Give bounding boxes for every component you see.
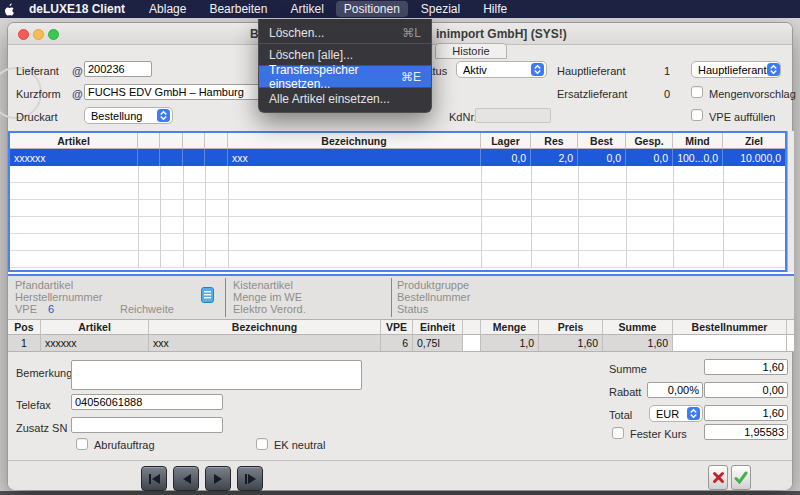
previous-record-button[interactable] — [173, 466, 199, 491]
col-artikel[interactable]: Artikel — [41, 319, 149, 335]
col-lager[interactable]: Lager — [481, 133, 531, 149]
col-mind[interactable]: Mind — [673, 133, 723, 149]
cancel-x-icon — [712, 471, 725, 484]
abrufauftrag-checkbox[interactable] — [76, 438, 88, 450]
minimize-window-button[interactable] — [33, 29, 44, 40]
lieferant-input[interactable] — [84, 61, 152, 77]
positionen-dropdown-menu: Löschen... ⌘L Löschen [alle]... Transfer… — [258, 19, 432, 113]
col-pos[interactable]: Pos — [8, 319, 41, 335]
cell-bestellnummer — [673, 335, 787, 352]
menubar-app-name[interactable]: deLUXE18 Client — [21, 1, 133, 17]
currency-select[interactable]: EUR — [649, 405, 703, 422]
menubar-item-positionen[interactable]: Positionen — [336, 1, 408, 17]
bemerkung-textarea[interactable] — [71, 360, 362, 390]
position-table[interactable]: Pos Artikel Bezeichnung VPE Einheit Meng… — [8, 319, 794, 352]
cell-bezeichnung: xxx — [149, 335, 381, 352]
last-record-button[interactable] — [237, 466, 263, 491]
window-title-right: inimport GmbH] (SYS!) — [436, 27, 567, 41]
menu-item-transferspeicher-einsetzen[interactable]: Transferspeicher einsetzen... ⌘E — [259, 66, 431, 87]
status-info-label: Status — [397, 303, 428, 315]
rabatt-percent-field[interactable] — [647, 382, 703, 398]
stock-table-empty-rows[interactable] — [10, 166, 785, 268]
menubar-item-spezial[interactable]: Spezial — [413, 1, 468, 17]
next-record-button[interactable] — [205, 466, 231, 491]
menu-item-loeschen[interactable]: Löschen... ⌘L — [259, 22, 431, 43]
rabatt-label: Rabatt — [609, 386, 641, 398]
kurs-field[interactable] — [704, 424, 788, 440]
col-bezeichnung[interactable]: Bezeichnung — [149, 319, 381, 335]
druckart-label: Druckart — [16, 111, 58, 123]
zoom-window-button[interactable] — [48, 29, 59, 40]
zusatz-sn-input[interactable] — [71, 417, 223, 433]
position-table-row[interactable]: 1 xxxxxx xxx 6 0,75l 1,0 1,60 1,60 — [8, 335, 794, 352]
close-window-button[interactable] — [18, 29, 29, 40]
col-vpe[interactable]: VPE — [381, 319, 413, 335]
cell-vpe: 6 — [381, 335, 413, 352]
col-summe[interactable]: Summe — [603, 319, 673, 335]
at-icon[interactable]: @ — [72, 65, 83, 77]
col-best[interactable]: Best — [578, 133, 626, 149]
confirm-button[interactable] — [731, 465, 751, 490]
cell-einheit: 0,75l — [413, 335, 463, 352]
last-record-icon — [244, 473, 257, 485]
menu-item-alle-artikel-einsetzen[interactable]: Alle Artikel einsetzen... — [259, 88, 431, 109]
cell-preis: 1,60 — [539, 335, 603, 352]
first-record-button[interactable] — [141, 466, 167, 491]
kurzform-input[interactable] — [84, 84, 275, 100]
cell-res: 2,0 — [531, 149, 578, 166]
stepper-icon — [687, 407, 700, 420]
telefax-label: Telefax — [16, 399, 51, 411]
menubar-item-bearbeiten[interactable]: Bearbeiten — [201, 1, 275, 17]
druckart-select[interactable]: Bestellung — [84, 107, 173, 124]
lieferant-typ-select[interactable]: Hauptlieferant — [691, 61, 781, 78]
ek-neutral-checkbox[interactable] — [256, 438, 268, 450]
col-menge[interactable]: Menge — [481, 319, 539, 335]
hauptlieferant-value: 1 — [656, 65, 670, 77]
col-bestellnummer[interactable]: Bestellnummer — [673, 319, 787, 335]
summe-field[interactable] — [704, 359, 788, 375]
fester-kurs-checkbox[interactable] — [612, 427, 624, 439]
shortcut-label: ⌘E — [401, 70, 421, 84]
herstellernummer-label: Herstellernummer — [15, 291, 102, 303]
menubar-item-artikel[interactable]: Artikel — [282, 1, 331, 17]
elektro-verord-label: Elektro Verord. — [233, 303, 306, 315]
vpe-value: 6 — [48, 303, 54, 315]
total-field[interactable] — [704, 405, 788, 421]
confirm-check-icon — [734, 471, 748, 484]
notes-list-icon[interactable] — [201, 287, 214, 307]
col-einheit[interactable]: Einheit — [413, 319, 463, 335]
position-table-header: Pos Artikel Bezeichnung VPE Einheit Meng… — [8, 319, 794, 335]
stock-table-selected-row[interactable]: xxxxxx xxx 0,0 2,0 0,0 0,0 100...0,0 10.… — [10, 149, 785, 166]
vpe-auffuellen-checkbox[interactable] — [691, 109, 703, 121]
pfandartikel-label: Pfandartikel — [15, 279, 73, 291]
cell-artikel: xxxxxx — [10, 149, 138, 166]
hauptlieferant-label: Hauptlieferant — [557, 65, 626, 77]
apple-menu-icon[interactable] — [4, 3, 15, 16]
rabatt-value-field[interactable] — [704, 382, 788, 398]
cell-ziel: 10.000,0 — [723, 149, 785, 166]
cancel-button[interactable] — [708, 465, 728, 490]
menubar-item-hilfe[interactable]: Hilfe — [475, 1, 515, 17]
col-gesp[interactable]: Gesp. — [626, 133, 673, 149]
tab-historie[interactable]: Historie — [435, 43, 507, 59]
col-ziel[interactable]: Ziel — [723, 133, 785, 149]
stock-table-scrollbar[interactable] — [787, 131, 794, 272]
stepper-icon — [767, 63, 780, 76]
status-select[interactable]: Aktiv — [456, 61, 547, 78]
shortcut-label: ⌘L — [402, 26, 421, 40]
kdnr-label: KdNr. — [449, 111, 477, 123]
menubar-item-ablage[interactable]: Ablage — [141, 1, 194, 17]
kdnr-input[interactable] — [475, 108, 551, 123]
telefax-input[interactable] — [71, 394, 223, 410]
abrufauftrag-label: Abrufauftrag — [94, 439, 155, 451]
at-icon[interactable]: @ — [72, 88, 83, 100]
col-artikel[interactable]: Artikel — [10, 133, 138, 149]
mengenvorschlag-checkbox[interactable] — [691, 86, 703, 98]
col-bezeichnung[interactable]: Bezeichnung — [228, 133, 481, 149]
next-record-icon — [212, 473, 225, 485]
col-res[interactable]: Res — [531, 133, 578, 149]
stock-table[interactable]: Artikel Bezeichnung Lager Res Best Gesp.… — [8, 131, 787, 272]
ek-neutral-label: EK neutral — [274, 439, 325, 451]
col-preis[interactable]: Preis — [539, 319, 603, 335]
cell-bezeichnung: xxx — [228, 149, 481, 166]
